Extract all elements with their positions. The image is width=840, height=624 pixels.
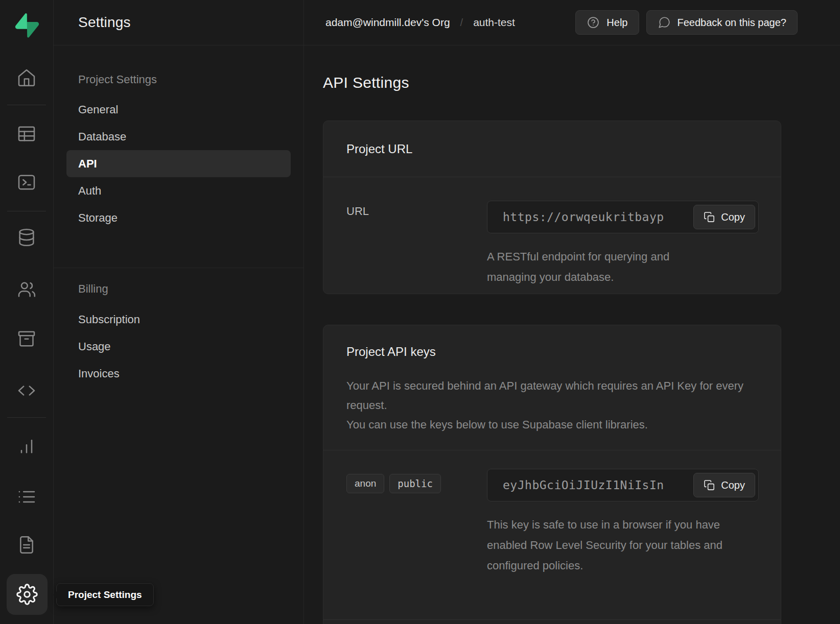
rail-reports-button[interactable] bbox=[0, 434, 53, 458]
section-label-project-settings: Project Settings bbox=[66, 73, 291, 86]
url-label: URL bbox=[346, 205, 369, 218]
sidebar-title: Settings bbox=[78, 14, 131, 31]
logo-bolt-bottom bbox=[27, 22, 39, 38]
api-keys-description: Your API is secured behind an API gatewa… bbox=[346, 376, 758, 435]
sidebar-item-subscription[interactable]: Subscription bbox=[66, 306, 291, 333]
api-keys-description-line1: Your API is secured behind an API gatewa… bbox=[346, 376, 758, 415]
file-text-icon bbox=[16, 535, 37, 555]
copy-url-button[interactable]: Copy bbox=[693, 205, 755, 229]
rail-edge-functions-button[interactable] bbox=[0, 378, 53, 403]
public-badge: public bbox=[389, 474, 441, 493]
anon-key-description: This key is safe to use in a browser if … bbox=[487, 515, 742, 576]
rail-sql-editor-button[interactable] bbox=[0, 170, 53, 195]
project-url-input[interactable]: https://orwqeukritbayp Copy bbox=[487, 201, 759, 233]
sidebar-item-database[interactable]: Database bbox=[66, 123, 291, 150]
url-row-field-col: https://orwqeukritbayp Copy A RESTful en… bbox=[487, 201, 759, 287]
sidebar-nav: Project Settings General Database API Au… bbox=[54, 73, 304, 387]
rail-storage-button[interactable] bbox=[0, 326, 53, 351]
bar-chart-icon bbox=[16, 436, 37, 456]
header-buttons: Help Feedback on this page? bbox=[575, 10, 798, 35]
api-settings-content: API Settings Project URL URL https://orw… bbox=[304, 45, 840, 624]
list-icon bbox=[16, 487, 37, 507]
sql-editor-icon bbox=[16, 172, 37, 193]
rail-divider bbox=[7, 211, 46, 211]
api-keys-card-header: Project API keys Your API is secured beh… bbox=[323, 325, 781, 450]
anon-key-label-col: anon public bbox=[346, 469, 487, 576]
feedback-button-label: Feedback on this page? bbox=[678, 17, 787, 29]
help-button-label: Help bbox=[606, 17, 627, 29]
feedback-button[interactable]: Feedback on this page? bbox=[646, 10, 798, 35]
tooltip-label: Project Settings bbox=[68, 589, 142, 601]
url-row-label-col: URL bbox=[346, 201, 487, 287]
api-keys-description-line2: You can use the keys below to use Supaba… bbox=[346, 415, 758, 435]
sidebar-item-api[interactable]: API bbox=[66, 150, 291, 177]
anon-key-input[interactable]: eyJhbGciOiJIUzI1NiIsIn Copy bbox=[487, 469, 759, 501]
page-title: API Settings bbox=[323, 74, 783, 91]
card-divider bbox=[323, 619, 781, 620]
users-icon bbox=[16, 279, 37, 300]
project-settings-tooltip: Project Settings bbox=[56, 583, 154, 606]
sidebar-section-divider bbox=[54, 268, 304, 268]
breadcrumb-separator: / bbox=[460, 17, 463, 29]
url-description: A RESTful endpoint for querying and mana… bbox=[487, 247, 717, 287]
main-panel: adam@windmill.dev's Org / auth-test Help… bbox=[304, 0, 840, 624]
api-keys-card-title: Project API keys bbox=[346, 345, 436, 358]
rail-database-button[interactable] bbox=[0, 225, 53, 250]
table-editor-icon bbox=[16, 124, 37, 144]
anon-key-row: anon public eyJhbGciOiJIUzI1NiIsIn Copy bbox=[323, 450, 781, 619]
database-icon bbox=[16, 227, 37, 248]
copy-icon bbox=[704, 211, 715, 223]
sidebar-item-storage[interactable]: Storage bbox=[66, 204, 291, 231]
main-header: adam@windmill.dev's Org / auth-test Help… bbox=[304, 0, 840, 45]
rail-table-editor-button[interactable] bbox=[0, 122, 53, 146]
copy-anon-key-button[interactable]: Copy bbox=[693, 473, 755, 497]
url-row: URL https://orwqeukritbayp Copy A RESTfu… bbox=[323, 177, 781, 294]
project-url-card: Project URL URL https://orwqeukritbayp C… bbox=[323, 121, 781, 294]
rail-settings-button[interactable] bbox=[7, 574, 48, 615]
help-button[interactable]: Help bbox=[575, 10, 639, 35]
rail-logs-button[interactable] bbox=[0, 485, 53, 509]
code-icon bbox=[16, 380, 37, 401]
rail-docs-button[interactable] bbox=[0, 533, 53, 557]
project-url-card-header: Project URL bbox=[323, 121, 781, 177]
speech-bubble-icon bbox=[658, 16, 671, 29]
sidebar-header: Settings bbox=[54, 0, 304, 45]
sidebar-item-general[interactable]: General bbox=[66, 96, 291, 123]
settings-sidebar: Settings Project Settings General Databa… bbox=[54, 0, 304, 624]
sidebar-item-usage[interactable]: Usage bbox=[66, 333, 291, 360]
section-label-billing: Billing bbox=[66, 282, 291, 296]
sidebar-item-auth[interactable]: Auth bbox=[66, 177, 291, 204]
anon-key-field-col: eyJhbGciOiJIUzI1NiIsIn Copy This key is … bbox=[487, 469, 759, 576]
rail-divider bbox=[7, 417, 46, 418]
home-icon bbox=[16, 67, 37, 88]
breadcrumb-project[interactable]: auth-test bbox=[473, 16, 515, 29]
anon-key-badges: anon public bbox=[346, 473, 487, 493]
project-url-card-title: Project URL bbox=[346, 142, 412, 156]
logo-bolt-top bbox=[15, 13, 27, 29]
copy-icon bbox=[704, 479, 715, 491]
help-circle-icon bbox=[587, 16, 600, 29]
archive-box-icon bbox=[16, 328, 37, 349]
breadcrumb-org[interactable]: adam@windmill.dev's Org bbox=[325, 16, 450, 29]
rail-home-button[interactable] bbox=[0, 65, 53, 90]
copy-anon-key-label: Copy bbox=[721, 479, 745, 491]
supabase-logo[interactable] bbox=[15, 13, 39, 38]
copy-url-label: Copy bbox=[721, 211, 745, 223]
rail-auth-button[interactable] bbox=[0, 277, 53, 302]
icon-rail bbox=[0, 0, 54, 624]
project-api-keys-card: Project API keys Your API is secured beh… bbox=[323, 325, 781, 624]
rail-divider bbox=[7, 105, 46, 105]
sidebar-item-invoices[interactable]: Invoices bbox=[66, 360, 291, 387]
gear-icon bbox=[16, 584, 38, 605]
anon-badge: anon bbox=[346, 474, 384, 493]
